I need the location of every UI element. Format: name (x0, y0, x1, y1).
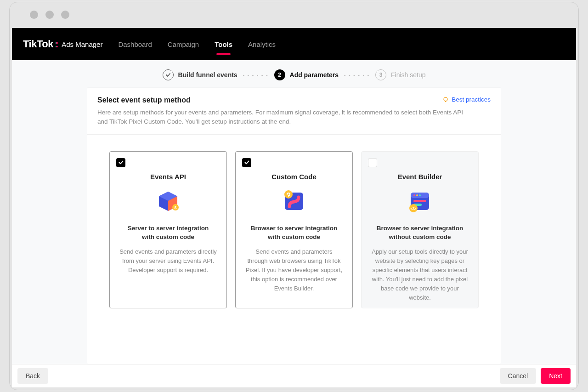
svg-text:</>: </> (410, 206, 416, 211)
lightbulb-icon (442, 97, 449, 103)
cube-icon: $ (156, 189, 180, 213)
step-build-funnel[interactable]: Build funnel events (163, 69, 237, 80)
svg-point-0 (444, 97, 447, 101)
card-body: Send events and parameters through web b… (245, 247, 343, 294)
brand-subtitle: Ads Manager (62, 40, 102, 48)
step-finish-setup[interactable]: 3 Finish setup (375, 69, 425, 80)
brand-logo: TikTok (23, 38, 53, 50)
card-subtitle: Browser to server integration with custo… (247, 224, 341, 242)
nav-campaign[interactable]: Campaign (168, 40, 199, 48)
next-button[interactable]: Next (541, 368, 571, 384)
browser-window: TikTok : Ads Manager Dashboard Campaign … (9, 2, 579, 390)
nav-analytics[interactable]: Analytics (248, 40, 276, 48)
svg-text:$: $ (174, 205, 176, 210)
svg-point-12 (416, 194, 418, 196)
panel-description: Here are setup methods for your events a… (97, 108, 474, 127)
svg-rect-1 (445, 101, 447, 102)
browser-window-icon: </> (408, 189, 432, 213)
check-icon (163, 69, 174, 80)
step-divider: - - - - - - (243, 73, 269, 78)
top-nav: TikTok : Ads Manager Dashboard Campaign … (12, 28, 576, 60)
svg-point-11 (413, 194, 415, 196)
card-title: Event Builder (369, 173, 471, 181)
step-number: 2 (274, 69, 285, 80)
card-body: Send events and parameters directly from… (119, 247, 217, 275)
stepper: Build funnel events - - - - - - 2 Add pa… (12, 60, 576, 88)
card-title: Events API (117, 173, 219, 181)
brand-colon-icon: : (55, 38, 58, 50)
svg-point-13 (419, 194, 421, 196)
back-button[interactable]: Back (17, 368, 48, 384)
step-label: Finish setup (391, 71, 425, 79)
svg-rect-14 (413, 200, 426, 202)
checkbox-custom-code[interactable] (242, 158, 251, 167)
footer-bar: Back Cancel Next (12, 364, 576, 387)
best-practices-text[interactable]: Best practices (452, 96, 491, 103)
cards-row: Events API $ Server to server integratio… (87, 135, 501, 327)
step-number: 3 (375, 69, 386, 80)
main-panel: Select event setup method Here are setup… (87, 88, 501, 364)
best-practices-link[interactable]: Best practices (442, 96, 491, 103)
card-title: Custom Code (243, 173, 345, 181)
window-dot (30, 11, 38, 19)
step-add-parameters[interactable]: 2 Add parameters (274, 69, 339, 80)
app-body: TikTok : Ads Manager Dashboard Campaign … (12, 28, 576, 364)
checkbox-event-builder[interactable] (368, 158, 377, 167)
card-event-builder[interactable]: Event Builder </> Browser to server in (361, 151, 479, 308)
step-divider: - - - - - - (344, 73, 370, 78)
window-titlebar (10, 2, 578, 27)
panel-title: Select event setup method (97, 96, 491, 104)
nav-tools[interactable]: Tools (215, 40, 232, 48)
card-body: Apply our setup tools directly to your w… (371, 247, 469, 303)
window-dot (61, 11, 69, 19)
step-label: Build funnel events (178, 71, 237, 79)
window-dot (45, 11, 54, 19)
panel-header: Select event setup method Here are setup… (87, 88, 501, 135)
step-label: Add parameters (290, 71, 339, 79)
card-subtitle: Server to server integration with custom… (121, 224, 215, 242)
card-custom-code[interactable]: Custom Code Browser to server integratio… (235, 151, 353, 308)
card-subtitle: Browser to server integration without cu… (373, 224, 467, 242)
brand: TikTok : Ads Manager (23, 38, 102, 50)
svg-point-8 (284, 190, 293, 199)
checkbox-events-api[interactable] (116, 158, 125, 167)
card-events-api[interactable]: Events API $ Server to server integratio… (109, 151, 227, 308)
code-card-icon (282, 189, 306, 213)
nav-dashboard[interactable]: Dashboard (118, 40, 152, 48)
cancel-button[interactable]: Cancel (500, 368, 537, 384)
